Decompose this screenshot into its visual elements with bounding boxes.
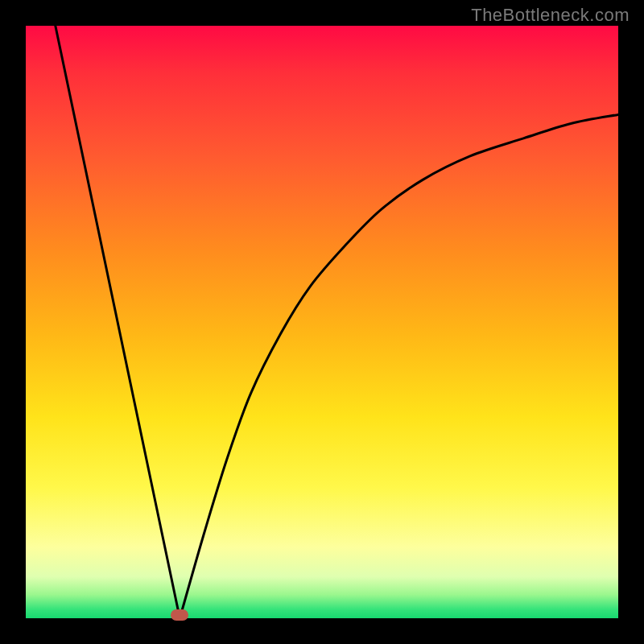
minimum-marker [171, 609, 188, 621]
watermark-text: TheBottleneck.com [471, 5, 630, 26]
curve-left-branch [56, 26, 180, 618]
chart-frame: TheBottleneck.com [0, 0, 644, 644]
curve-right-branch [180, 114, 618, 618]
plot-area [26, 26, 618, 618]
curve-layer [26, 26, 618, 618]
